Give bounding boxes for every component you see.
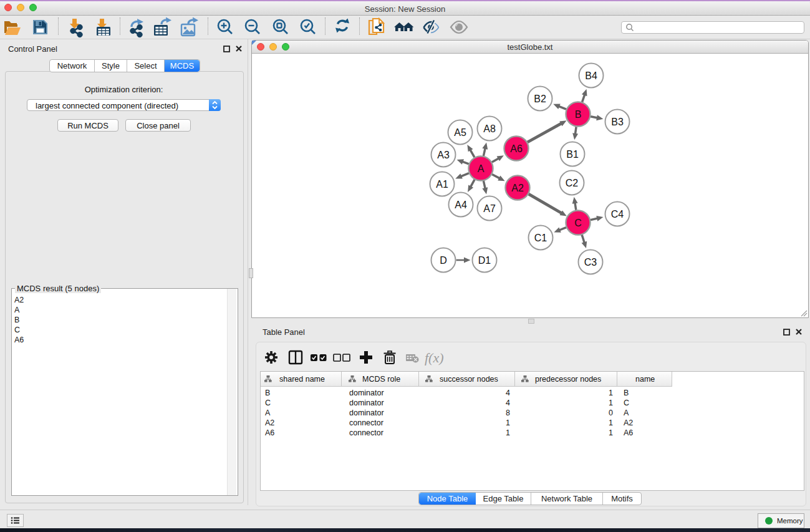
svg-text:A8: A8 — [483, 123, 496, 134]
svg-text:B3: B3 — [611, 117, 624, 127]
svg-text:B2: B2 — [534, 94, 546, 104]
svg-text:D1: D1 — [478, 255, 491, 266]
svg-text:A6: A6 — [510, 143, 523, 154]
svg-text:f(x): f(x) — [425, 350, 444, 365]
svg-text:A1: A1 — [436, 179, 448, 190]
svg-text:C2: C2 — [566, 178, 579, 188]
svg-text:A7: A7 — [483, 203, 496, 214]
svg-text:A2: A2 — [511, 183, 524, 193]
svg-text:A3: A3 — [437, 150, 450, 160]
svg-text:A4: A4 — [455, 200, 467, 210]
svg-text:B4: B4 — [585, 70, 597, 81]
svg-text:D: D — [440, 255, 447, 266]
svg-text:C4: C4 — [611, 209, 624, 220]
svg-text:B1: B1 — [566, 149, 579, 160]
svg-text:C3: C3 — [584, 257, 597, 268]
svg-text:B: B — [575, 109, 582, 120]
svg-text:A: A — [478, 163, 485, 174]
svg-text:C: C — [574, 218, 582, 228]
svg-text:C1: C1 — [534, 233, 547, 243]
svg-text:A5: A5 — [454, 127, 466, 138]
